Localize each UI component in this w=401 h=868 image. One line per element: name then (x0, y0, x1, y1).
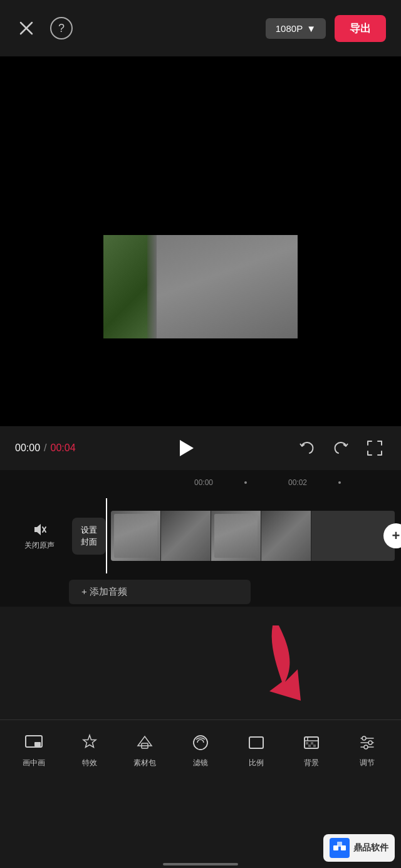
playback-controls: 00:00 / 00:04 (0, 426, 401, 470)
strip-thumb-1 (111, 511, 161, 561)
watermark-text: 鼎品软件 (353, 842, 388, 854)
bottom-indicator (163, 863, 238, 865)
watermark: 鼎品软件 (323, 834, 395, 862)
background-icon (301, 733, 321, 753)
strip-thumb-3 (211, 511, 261, 561)
ruler-dot-1 (244, 481, 247, 484)
svg-point-21 (368, 741, 372, 745)
pip-label: 画中画 (23, 758, 45, 768)
effects-label: 特效 (82, 758, 97, 768)
ratio-icon (246, 733, 266, 753)
pip-icon (24, 733, 44, 753)
tool-item-adjust[interactable]: 调节 (348, 733, 386, 768)
timeline-ruler: 00:00 00:02 (0, 470, 401, 495)
filter-label: 滤镜 (193, 758, 208, 768)
play-button[interactable] (172, 434, 199, 462)
export-button[interactable]: 导出 (335, 15, 386, 42)
fullscreen-button[interactable] (363, 437, 386, 459)
svg-rect-25 (337, 842, 342, 847)
effects-icon (80, 733, 100, 753)
timeline-left-controls: 关闭原声 (6, 521, 72, 551)
materials-icon (135, 733, 155, 753)
bottom-toolbar: 画中画 特效 素材包 滤镜 (0, 719, 401, 801)
svg-point-22 (364, 745, 368, 749)
speaker-icon (31, 521, 48, 538)
play-icon (180, 440, 194, 456)
redo-button[interactable] (330, 437, 352, 459)
adjust-label: 调节 (360, 758, 375, 768)
top-bar: ? 1080P ▼ 导出 (0, 0, 401, 56)
time-display: 00:00 / 00:04 (15, 442, 76, 454)
total-time: 00:04 (51, 442, 76, 454)
svg-rect-13 (306, 742, 308, 745)
adjust-icon (357, 733, 377, 753)
playback-center (172, 434, 199, 462)
playback-right (296, 437, 386, 459)
strip-thumb-4 (261, 511, 311, 561)
svg-rect-15 (308, 745, 311, 747)
tool-item-background[interactable]: 背景 (293, 733, 330, 768)
tool-item-filter[interactable]: 滤镜 (182, 733, 219, 768)
mute-label: 关闭原声 (24, 540, 55, 551)
ruler-mark-0: 00:00 (194, 478, 213, 487)
video-right-thumbnail (157, 235, 298, 338)
video-frame (103, 128, 298, 354)
materials-label: 素材包 (133, 758, 156, 768)
video-image-area (103, 235, 298, 338)
add-audio-button[interactable]: + 添加音频 (69, 580, 251, 604)
video-track: + (111, 511, 395, 561)
mute-button[interactable]: 关闭原声 (24, 521, 55, 551)
cover-label: 设置封面 (81, 524, 97, 548)
tool-item-ratio[interactable]: 比例 (237, 733, 275, 768)
close-button[interactable] (15, 17, 38, 39)
timeline-area: 00:00 00:02 关闭原声 设置封面 (0, 470, 401, 607)
filter-icon (190, 733, 211, 753)
timeline-track-content: 关闭原声 设置封面 + (0, 495, 401, 577)
svg-rect-9 (249, 737, 263, 748)
arrow-annotation-area (0, 607, 401, 719)
timeline-cursor (106, 498, 107, 573)
tool-item-effects[interactable]: 特效 (71, 733, 108, 768)
svg-point-20 (362, 736, 366, 740)
svg-rect-14 (311, 742, 313, 745)
time-separator: / (44, 442, 46, 454)
current-time: 00:00 (15, 442, 40, 454)
undo-button[interactable] (296, 437, 318, 459)
ratio-label: 比例 (249, 758, 264, 768)
tool-item-pip[interactable]: 画中画 (15, 733, 53, 768)
annotation-arrow (238, 619, 320, 713)
video-strip[interactable] (111, 511, 395, 561)
add-audio-row: + 添加音频 (0, 577, 401, 607)
top-bar-left: ? (15, 17, 73, 39)
strip-thumb-2 (161, 511, 211, 561)
video-preview (0, 56, 401, 426)
set-cover-button[interactable]: 设置封面 (72, 518, 106, 555)
tool-item-materials[interactable]: 素材包 (126, 733, 164, 768)
video-top-black (103, 128, 298, 235)
watermark-logo (330, 838, 350, 858)
svg-rect-5 (34, 742, 41, 746)
video-left-thumbnail (103, 235, 157, 338)
resolution-button[interactable]: 1080P ▼ (266, 18, 326, 39)
help-button[interactable]: ? (50, 17, 73, 39)
svg-rect-16 (313, 745, 316, 747)
video-bottom-black (103, 338, 298, 354)
top-bar-right: 1080P ▼ 导出 (266, 15, 386, 42)
background-label: 背景 (304, 758, 319, 768)
ruler-mark-2: 00:02 (288, 478, 307, 487)
ruler-dot-2 (338, 481, 341, 484)
